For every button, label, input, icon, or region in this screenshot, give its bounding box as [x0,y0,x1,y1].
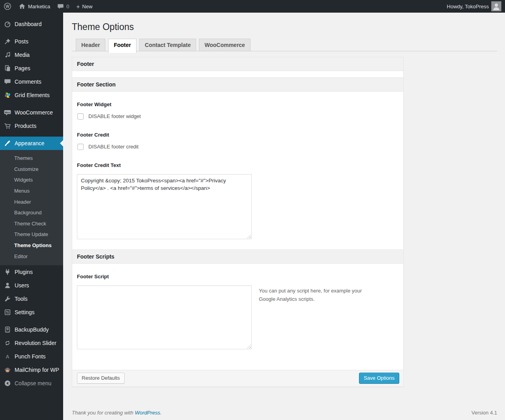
wordpress-logo-menu[interactable]: W [0,0,15,13]
sidebar-item-backupbuddy[interactable]: BackupBuddy [0,323,63,336]
sidebar-item-comments[interactable]: Comments [0,75,63,88]
submenu-item-theme-check[interactable]: Theme Check [0,218,63,229]
sidebar-item-label: Punch Fonts [15,353,46,360]
cart-icon [4,122,11,130]
footer-section-body: Footer Widget DISABLE footer widget Foot… [72,92,403,249]
panel-title: Footer [72,57,403,71]
sidebar-item-grid-elements[interactable]: Grid Elements [0,88,63,102]
new-label: New [82,4,92,9]
paintbrush-icon [4,139,11,147]
sidebar-item-label: Posts [15,38,28,45]
sidebar-item-revolution-slider[interactable]: Revolution Slider [0,336,63,350]
sidebar-item-settings[interactable]: Settings [0,306,63,319]
disable-footer-credit-text: DISABLE footer credit [88,144,138,150]
footer-widget-label: Footer Widget [77,101,398,107]
tab-header[interactable]: Header [76,39,105,51]
sidebar-item-label: WooCommerce [15,109,53,116]
site-name-menu[interactable]: Marketica [15,0,54,13]
sidebar-item-label: BackupBuddy [15,326,49,333]
sidebar-item-collapse-menu[interactable]: Collapse menu [0,377,63,390]
sidebar-item-users[interactable]: Users [0,279,63,292]
footer-thanks: Thank you for creating with WordPress. [72,410,162,416]
submenu-item-theme-update[interactable]: Theme Update [0,229,63,240]
sidebar-item-dashboard[interactable]: Dashboard [0,17,63,31]
wrench-icon [4,295,11,303]
sidebar-item-label: MailChimp for WP [15,367,59,373]
comment-count: 0 [66,4,69,9]
footer-script-textarea[interactable] [77,285,252,349]
woocommerce-icon: Woo [4,109,11,116]
sidebar-item-label: Appearance [15,140,45,146]
page-title: Theme Options [72,21,497,33]
letter-a-icon: A [4,352,11,360]
section-header-footer-scripts: Footer Scripts [72,249,403,264]
wordpress-link[interactable]: WordPress [135,410,160,416]
sidebar-item-label: Collapse menu [15,380,51,386]
thanks-suffix: . [160,410,162,416]
mailchimp-monkey-icon [4,366,11,374]
sidebar-item-label: Grid Elements [15,92,50,98]
disable-footer-credit-checkbox[interactable] [77,144,84,150]
sidebar-item-products[interactable]: Products [0,119,63,133]
disable-footer-widget-text: DISABLE footer widget [88,113,141,119]
save-options-button[interactable]: Save Options [359,373,399,384]
home-icon [19,3,26,10]
sidebar-item-appearance[interactable]: Appearance [0,137,63,150]
version-text: Version 4.1 [471,410,497,416]
sidebar-item-posts[interactable]: Posts [0,35,63,48]
submenu-item-themes[interactable]: Themes [0,153,63,164]
restore-defaults-button[interactable]: Restore Defaults [77,373,125,384]
footer-credit-text-label: Footer Credit Text [77,162,398,168]
panel-footer-bar: Restore Defaults Save Options [72,370,403,386]
sidebar-item-tools[interactable]: Tools [0,292,63,306]
submenu-item-customize[interactable]: Customize [0,164,63,175]
refresh-arrows-icon [4,339,11,347]
sidebar-item-label: Users [15,282,29,289]
collapse-arrow-icon [4,379,11,387]
pages-icon [4,64,11,72]
sidebar-item-plugins[interactable]: Plugins [0,265,63,279]
sidebar-item-label: Products [15,123,36,129]
sidebar-item-media[interactable]: Media [0,48,63,62]
appearance-submenu: Themes Customize Widgets Menus Header Ba… [0,150,63,265]
section-header-footer-section: Footer Section [72,77,403,92]
disable-footer-widget-checkbox[interactable] [77,113,84,120]
user-icon [4,281,11,289]
tab-contact-template[interactable]: Contact Template [139,39,196,51]
comments-icon [4,78,11,86]
comments-menu[interactable]: 0 [54,0,73,13]
sidebar-item-label: Settings [15,309,35,315]
sidebar-item-mailchimp[interactable]: MailChimp for WP [0,363,63,377]
comment-bubble-icon [57,3,64,10]
wordpress-logo-icon: W [4,2,11,10]
dashboard-icon [4,20,11,28]
sidebar-item-punch-fonts[interactable]: A Punch Fonts [0,350,63,363]
submenu-item-widgets[interactable]: Widgets [0,174,63,186]
sidebar-item-woocommerce[interactable]: Woo WooCommerce [0,106,63,119]
tab-woocommerce[interactable]: WooCommerce [199,39,250,51]
footer-scripts-body: Footer Script You can put any script her… [72,264,403,370]
sidebar-item-pages[interactable]: Pages [0,62,63,75]
admin-footer: Thank you for creating with WordPress. V… [72,410,497,420]
new-menu[interactable]: + New [73,0,96,13]
avatar [491,1,501,11]
footer-credit-label: Footer Credit [77,132,398,138]
howdy-account-menu[interactable]: Howdy, TokoPress [443,0,505,13]
tab-footer[interactable]: Footer [108,39,137,53]
backup-drive-icon [4,326,11,334]
sidebar-item-label: Pages [15,65,30,71]
submenu-item-background[interactable]: Background [0,207,63,218]
submenu-item-theme-options[interactable]: Theme Options [0,240,63,251]
pushpin-icon [4,38,11,45]
sliders-icon [4,308,11,316]
submenu-item-editor[interactable]: Editor [0,251,63,262]
footer-credit-textarea[interactable]: Copyright &copy; 2015 TokoPress<span><a … [77,174,252,239]
sidebar-item-label: Media [15,52,30,58]
plus-icon: + [77,4,80,9]
sidebar-item-label: Revolution Slider [15,340,56,346]
submenu-item-header[interactable]: Header [0,197,63,208]
sidebar-item-label: Plugins [15,269,33,275]
admin-bar: W Marketica 0 + New Ho [0,0,505,13]
svg-text:Woo: Woo [5,111,10,114]
submenu-item-menus[interactable]: Menus [0,186,63,197]
